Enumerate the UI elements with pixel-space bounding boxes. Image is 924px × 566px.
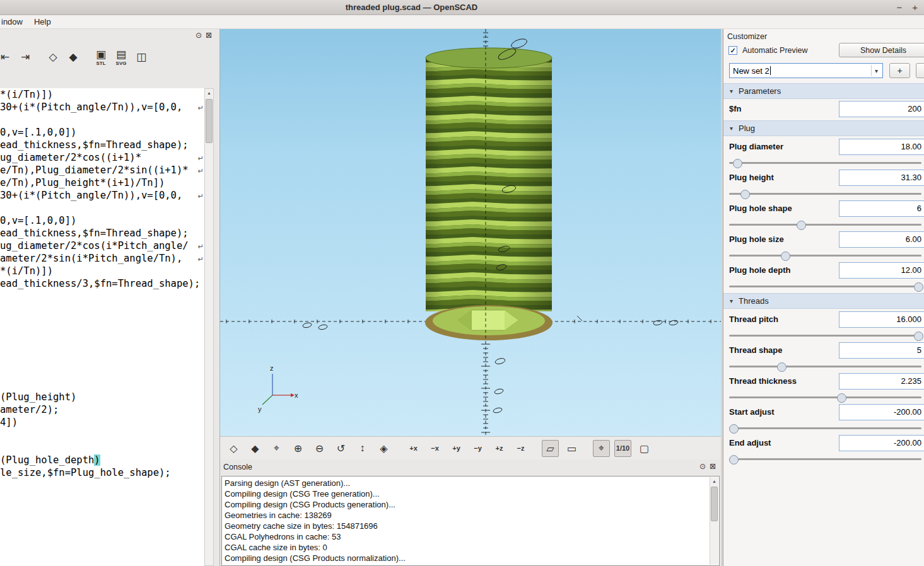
start-adjust-input[interactable]: -200.00 bbox=[839, 404, 924, 420]
end-adjust-slider[interactable] bbox=[729, 455, 921, 463]
collapse-icon: ▾ bbox=[730, 294, 733, 309]
export-svg-icon[interactable]: ▤ SVG bbox=[111, 45, 131, 69]
show-edges-icon[interactable]: ▢ bbox=[636, 440, 653, 457]
menubar: indowHelp bbox=[0, 15, 924, 29]
plug-diameter-slider[interactable] bbox=[729, 159, 921, 167]
section-header-plug[interactable]: ▾ Plug bbox=[723, 120, 924, 136]
plug-hole-depth-slider[interactable] bbox=[729, 282, 921, 291]
minimize-button[interactable]: − bbox=[896, 0, 902, 15]
preset-combobox[interactable]: New set 2 ▾ bbox=[729, 63, 883, 78]
plug-hole-size-slider[interactable] bbox=[729, 251, 921, 260]
scroll-up-icon[interactable]: ▲ bbox=[205, 89, 213, 95]
param-row-plug-hole-size: Plug hole size 6.00 bbox=[727, 231, 924, 248]
animate-icon[interactable]: ◈ bbox=[375, 440, 392, 457]
3d-viewport[interactable]: z x y bbox=[220, 29, 721, 436]
check-icon: ✓ bbox=[730, 47, 735, 54]
code-line bbox=[0, 202, 204, 214]
export-3d-icon[interactable]: ◫ bbox=[131, 45, 151, 69]
start-adjust-slider[interactable] bbox=[729, 424, 921, 432]
view-front-icon[interactable]: +y bbox=[448, 440, 465, 457]
automatic-preview-checkbox[interactable]: ✓ bbox=[728, 46, 737, 55]
render-icon[interactable]: ◆ bbox=[63, 45, 83, 69]
code-line bbox=[0, 315, 204, 328]
editor-float-icon[interactable]: ⊙ bbox=[196, 32, 202, 39]
thread-shape-input[interactable]: 5 bbox=[839, 342, 924, 359]
menu-help[interactable]: Help bbox=[28, 15, 57, 29]
auto-preview-row: ✓ Automatic Preview Show Details bbox=[727, 44, 924, 58]
3d-view-canvas[interactable]: z x y bbox=[220, 29, 721, 436]
orthographic-icon[interactable]: ▭ bbox=[563, 440, 580, 457]
thread-thickness-input[interactable]: 2.235 bbox=[839, 373, 924, 390]
view-all-icon[interactable]: ↕ bbox=[354, 440, 371, 457]
preset-row: New set 2 ▾ + bbox=[723, 63, 924, 79]
scrollbar-thumb[interactable] bbox=[711, 487, 718, 521]
section-header-threads[interactable]: ▾ Threads bbox=[723, 293, 924, 309]
add-preset-button[interactable]: + bbox=[889, 63, 910, 78]
chevron-down-icon[interactable]: ▾ bbox=[871, 65, 881, 76]
plug-diameter-input[interactable]: 18.00 bbox=[839, 139, 924, 155]
param-label: Plug hole size bbox=[729, 231, 784, 248]
threaded-plug-model bbox=[425, 48, 553, 340]
view-top-icon[interactable]: +z bbox=[491, 440, 508, 457]
editor-close-icon[interactable]: ⊠ bbox=[206, 32, 212, 39]
scroll-up-icon[interactable]: ▲ bbox=[710, 477, 718, 483]
section-header-parameters[interactable]: ▾ Parameters bbox=[723, 83, 924, 99]
code-line: 4]) bbox=[0, 416, 204, 429]
editor-scrollbar[interactable]: ▲ bbox=[204, 88, 214, 566]
param-row-thread-thickness: Thread thickness 2.235 bbox=[727, 373, 924, 390]
window-title: threaded plug.scad — OpenSCAD bbox=[346, 3, 477, 12]
end-adjust-input[interactable]: -200.00 bbox=[839, 435, 924, 451]
openscad-window: threaded plug.scad — OpenSCAD − + indowH… bbox=[0, 0, 924, 566]
maximize-button[interactable]: + bbox=[912, 0, 918, 15]
menu-window[interactable]: indow bbox=[0, 15, 28, 29]
thread-thickness-slider[interactable] bbox=[729, 393, 921, 401]
fn-input[interactable]: 200 bbox=[839, 101, 924, 117]
scrollbar-thumb[interactable] bbox=[206, 99, 213, 143]
code-line: ug_diameter/2*cos((i+1)*↵ bbox=[0, 151, 204, 164]
code-line: (Plug_hole_depth) bbox=[0, 454, 204, 466]
reset-view-icon[interactable]: ↺ bbox=[332, 440, 349, 457]
code-line bbox=[0, 429, 204, 441]
zoom-in-icon[interactable]: ⊕ bbox=[289, 440, 307, 457]
view-preview-icon[interactable]: ◇ bbox=[225, 440, 242, 457]
perspective-icon[interactable]: ▱ bbox=[542, 440, 559, 457]
view-render-icon[interactable]: ◆ bbox=[247, 440, 264, 457]
plug-height-slider[interactable] bbox=[729, 190, 921, 198]
view-left-icon[interactable]: −x bbox=[426, 440, 443, 457]
plug-hole-shape-input[interactable]: 6 bbox=[839, 200, 924, 217]
console-float-icon[interactable]: ⊙ bbox=[699, 463, 706, 470]
preview-icon[interactable]: ◇ bbox=[43, 45, 63, 69]
code-editor[interactable]: *(i/Tn)])30+(i*(Pitch_angle/Tn)),v=[0,0,… bbox=[0, 88, 204, 566]
plug-hole-size-input[interactable]: 6.00 bbox=[839, 231, 924, 248]
thread-pitch-slider[interactable] bbox=[729, 332, 921, 340]
show-details-button[interactable]: Show Details bbox=[839, 43, 924, 57]
save-preset-button-partial[interactable] bbox=[916, 63, 924, 78]
show-scale-markers-icon[interactable]: 1/10 bbox=[614, 440, 631, 457]
code-line: 30+(i*(Pitch_angle/Tn)),v=[0,0,↵ bbox=[0, 101, 204, 113]
line-wrap-icon: ↵ bbox=[198, 102, 204, 115]
param-row-plug-hole-shape: Plug hole shape 6 bbox=[727, 200, 924, 217]
param-row-plug-height: Plug height 31.30 bbox=[727, 170, 924, 186]
thread-shape-slider[interactable] bbox=[729, 362, 921, 371]
line-wrap-icon: ↵ bbox=[198, 153, 204, 165]
viewport-toolbar: ◇◆⌖⊕⊖↺↕◈+x−x+y−y+z−z▱▭⌖1/10▢ bbox=[220, 436, 721, 459]
view-back-icon[interactable]: −y bbox=[469, 440, 486, 457]
console-close-icon[interactable]: ⊠ bbox=[710, 463, 716, 470]
view-right-icon[interactable]: +x bbox=[405, 440, 422, 457]
titlebar: threaded plug.scad — OpenSCAD − + bbox=[0, 0, 924, 15]
customizer-title: Customizer bbox=[727, 32, 767, 41]
console-output[interactable]: Parsing design (AST generation)...Compil… bbox=[221, 476, 720, 566]
show-crosshairs-icon[interactable]: ⌖ bbox=[593, 440, 610, 457]
unindent-icon[interactable]: ⇤ bbox=[0, 45, 15, 69]
plug-height-input[interactable]: 31.30 bbox=[839, 170, 924, 186]
plug-hole-shape-slider[interactable] bbox=[729, 221, 921, 229]
thread-pitch-input[interactable]: 16.000 bbox=[839, 311, 924, 328]
zoom-all-icon[interactable]: ⌖ bbox=[268, 440, 285, 457]
indent-icon[interactable]: ⇥ bbox=[15, 45, 35, 69]
zoom-out-icon[interactable]: ⊖ bbox=[311, 440, 328, 457]
console-line: Normalized tree has 1 elements! bbox=[225, 563, 716, 566]
view-bottom-icon[interactable]: −z bbox=[512, 440, 529, 457]
export-stl-icon[interactable]: ▣ STL bbox=[91, 45, 111, 69]
console-scrollbar[interactable]: ▲ bbox=[710, 477, 718, 565]
plug-hole-depth-input[interactable]: 12.00 bbox=[839, 262, 924, 279]
